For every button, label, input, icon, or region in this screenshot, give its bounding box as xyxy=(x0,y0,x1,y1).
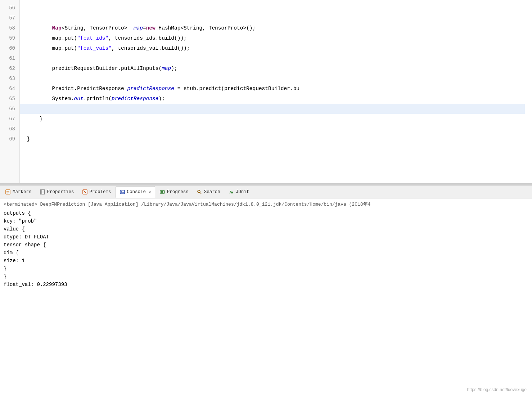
code-line-57: Map<String, TensorProto> map=new HashMap… xyxy=(27,25,256,31)
tab-bar: Markers Properties Problems Console ✕ xyxy=(0,185,532,198)
console-line-6: dim { xyxy=(4,249,528,257)
svg-rect-4 xyxy=(40,190,45,194)
tab-console-label: Console xyxy=(127,189,146,194)
code-line-65 xyxy=(20,104,525,114)
console-output[interactable]: <terminated> DeepFMPrediction [Java Appl… xyxy=(0,198,532,394)
code-line-66: } xyxy=(27,116,43,122)
console-line-1: outputs { xyxy=(4,209,528,217)
markers-icon xyxy=(5,189,11,195)
code-line-64: System.out.println(predictResponse); xyxy=(27,96,165,102)
junit-icon: Ju xyxy=(228,189,234,195)
tab-progress-label: Progress xyxy=(167,189,189,194)
code-line-68: } xyxy=(27,136,30,142)
console-line-9: } xyxy=(4,273,528,281)
tab-problems-label: Problems xyxy=(90,189,111,194)
console-line-5: tensor_shape { xyxy=(4,241,528,249)
bottom-panel: Markers Properties Problems Console ✕ xyxy=(0,185,532,394)
console-line-8: } xyxy=(4,265,528,273)
progress-icon xyxy=(159,189,165,195)
console-close-icon[interactable]: ✕ xyxy=(149,190,151,194)
console-line-7: size: 1 xyxy=(4,257,528,265)
console-line-2: key: "prob" xyxy=(4,217,528,225)
console-line-4: dtype: DT_FLOAT xyxy=(4,233,528,241)
tab-progress[interactable]: Progress xyxy=(156,186,192,198)
tab-markers-label: Markers xyxy=(13,189,32,194)
code-editor[interactable]: 56 57 58 59 60 61 62 63 64 65 66 67 68 6… xyxy=(0,0,532,184)
svg-point-13 xyxy=(198,190,200,193)
svg-rect-12 xyxy=(161,191,163,193)
code-lines[interactable]: Map<String, TensorProto> map=new HashMap… xyxy=(20,0,532,183)
line-numbers: 56 57 58 59 60 61 62 63 64 65 66 67 68 6… xyxy=(0,0,20,183)
code-line-58: map.put("feat_ids", tensorids_ids.build(… xyxy=(27,35,187,41)
tab-junit-label: JUnit xyxy=(236,189,249,194)
tab-junit[interactable]: Ju JUnit xyxy=(225,186,253,198)
tab-problems[interactable]: Problems xyxy=(78,186,115,198)
svg-line-14 xyxy=(200,192,201,194)
tab-search[interactable]: Search xyxy=(193,186,224,198)
tab-properties-label: Properties xyxy=(47,189,74,194)
console-line-3: value { xyxy=(4,225,528,233)
problems-icon xyxy=(82,189,88,195)
code-line-61: predictRequestBuilder.putAllInputs(map); xyxy=(27,66,177,71)
tab-console[interactable]: Console ✕ xyxy=(116,186,155,198)
properties-icon xyxy=(40,189,45,195)
tab-properties[interactable]: Properties xyxy=(36,186,78,198)
tab-markers[interactable]: Markers xyxy=(1,186,35,198)
code-line-63: Predict.PredictResponse predictResponse … xyxy=(27,86,299,91)
console-icon xyxy=(120,189,125,195)
tab-search-label: Search xyxy=(204,189,220,194)
code-line-59: map.put("feat_vals", tensorids_val.build… xyxy=(27,45,190,51)
console-line-10: float_val: 0.22997393 xyxy=(4,281,528,288)
console-terminated-line: <terminated> DeepFMPrediction [Java Appl… xyxy=(4,201,528,209)
watermark: https://blog.csdn.net/luovexuge xyxy=(467,387,527,392)
search-icon xyxy=(197,189,202,195)
